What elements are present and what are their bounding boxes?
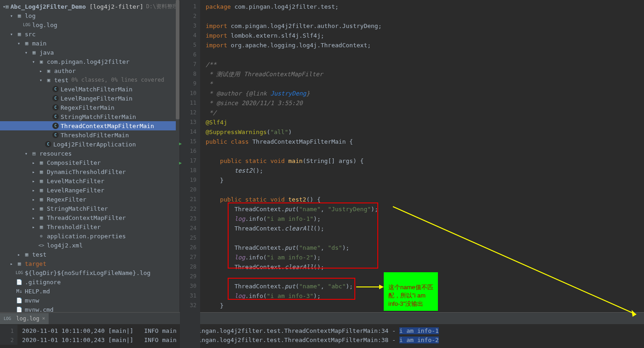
tree-class-levelrange[interactable]: LevelRangeFilterMain [0, 94, 179, 103]
scrollbar-thumb[interactable] [176, 0, 179, 119]
chevron-right-icon: ▸ [17, 252, 23, 257]
svg-marker-3 [632, 310, 636, 317]
editor-area: 123456789101112131415▶1617▶1819202122232… [180, 0, 644, 312]
tree-class-threadctx[interactable]: ThreadContextMapFilterMain [0, 121, 179, 130]
chevron-down-icon: ▾ [32, 59, 38, 64]
tree-project-root[interactable]: ▾▦Abc_Log4j2Filter_Demo [log4j2-filter]D… [0, 2, 179, 11]
tree-folder-levelmatch[interactable]: ▸▦LevelMatchFilter [0, 176, 179, 185]
folder-icon: ▦ [6, 3, 9, 10]
chevron-right-icon: ▸ [32, 169, 38, 174]
class-icon [52, 113, 59, 120]
tree-folder-threadctx[interactable]: ▸▦ThreadContextMapFilter [0, 213, 179, 222]
class-icon [52, 123, 59, 129]
code-editor[interactable]: package com.pingan.log4j2filter.test; im… [200, 0, 644, 348]
tree-class-threshold[interactable]: ThresholdFilterMain [0, 130, 179, 140]
tree-folder-dynamic[interactable]: ▸▦DynamicThresholdFilter [0, 167, 179, 176]
log-file-icon: LOG [4, 315, 11, 322]
folder-icon: ▦ [38, 214, 45, 221]
folder-icon: ▦ [16, 260, 23, 267]
close-icon[interactable]: × [42, 315, 45, 321]
tree-folder-java[interactable]: ▾▦java [0, 48, 179, 57]
chevron-right-icon: ▸ [32, 225, 38, 230]
properties-icon: ⚙ [38, 232, 45, 240]
tree-file-log4j2xml[interactable]: <>log4j2.xml [0, 241, 179, 250]
tree-file-gitignore[interactable]: 📄.gitignore [0, 277, 179, 286]
folder-icon: ▦ [38, 168, 45, 175]
project-tree[interactable]: ▾▦Abc_Log4j2Filter_Demo [log4j2-filter]D… [0, 0, 179, 312]
chevron-down-icon: ▾ [39, 78, 45, 83]
tree-folder-test[interactable]: ▸▦test [0, 250, 179, 259]
file-icon: 📄 [16, 297, 23, 304]
tree-file-loglog[interactable]: LOGlog.log [0, 20, 179, 29]
tree-folder-src[interactable]: ▾▦src [0, 29, 179, 39]
chevron-right-icon: ▸ [32, 188, 38, 193]
class-icon [45, 141, 51, 147]
tree-folder-composite[interactable]: ▸▦CompositeFilter [0, 158, 179, 167]
class-icon [52, 132, 59, 138]
tree-folder-stringmatch[interactable]: ▸▦StringMatchFilter [0, 204, 179, 213]
class-icon [52, 86, 59, 92]
chevron-down-icon: ▾ [17, 41, 23, 46]
tree-package-author[interactable]: ▸▣author [0, 66, 179, 75]
project-path: D:\资料整理\demo模板 [146, 3, 180, 11]
tree-file-appprops[interactable]: ⚙application.properties [0, 231, 179, 241]
chevron-down-icon: ▾ [10, 13, 16, 18]
chevron-down-icon: ▾ [25, 151, 30, 156]
annotation-callout: 这个name值不匹配，所以"i aminfo-3"没输出 [384, 272, 438, 311]
folder-icon: ▦ [38, 205, 45, 212]
tree-file-help[interactable]: M↓HELP.md [0, 286, 179, 296]
tree-folder-regex[interactable]: ▸▦RegexFilter [0, 195, 179, 204]
tree-class-levelmatch[interactable]: LevelMatchFilterMain [0, 84, 179, 94]
tree-folder-log[interactable]: ▾▦log [0, 11, 179, 20]
chevron-right-icon: ▸ [10, 261, 16, 266]
chevron-right-icon: ▸ [32, 179, 38, 184]
folder-icon: ▦ [38, 159, 45, 166]
package-icon: ▣ [45, 76, 52, 84]
folder-icon: ▦ [38, 186, 45, 194]
folder-icon: ▦ [23, 251, 30, 258]
tree-file-mvnwcmd[interactable]: 📄mvnw.cmd [0, 305, 179, 312]
tree-folder-levelrange[interactable]: ▸▦LevelRangeFilter [0, 185, 179, 195]
tree-folder-target[interactable]: ▸▦target [0, 259, 179, 268]
tree-package[interactable]: ▾▣com.pingan.log4j2filter [0, 57, 179, 66]
file-icon: 📄 [16, 278, 23, 286]
folder-icon: ▦ [30, 49, 38, 56]
class-icon [52, 104, 59, 111]
log-gutter: 12 [0, 325, 17, 345]
annotation-box-2 [228, 278, 355, 300]
project-tree-panel: ▾▦Abc_Log4j2Filter_Demo [log4j2-filter]D… [0, 0, 180, 312]
class-icon [52, 95, 59, 101]
tree-package-test[interactable]: ▾▣test0% classes, 0% lines covered [0, 75, 179, 84]
log-file-icon: LOG [23, 21, 30, 28]
folder-icon: ▦ [16, 12, 23, 19]
md-icon: M↓ [16, 287, 23, 295]
tree-class-regex[interactable]: RegexFilterMain [0, 103, 179, 112]
tree-folder-resources[interactable]: ▾▤resources [0, 149, 179, 158]
coverage-label: 0% classes, 0% lines covered [71, 77, 164, 83]
tree-file-mvnw[interactable]: 📄mvnw [0, 296, 179, 305]
chevron-right-icon: ▸ [39, 68, 45, 73]
xml-icon: <> [38, 241, 45, 249]
folder-icon: ▦ [38, 177, 45, 185]
file-icon: 📄 [16, 306, 23, 312]
package-icon: ▣ [45, 67, 52, 74]
folder-icon: ▦ [23, 39, 30, 47]
tree-file-logvar[interactable]: LOG${logDir}${noSuffixLogFileName}.log [0, 268, 179, 277]
log-tab[interactable]: LOG log.log× [0, 313, 49, 324]
tree-folder-main[interactable]: ▾▦main [0, 39, 179, 48]
log-file-icon: LOG [16, 269, 23, 276]
chevron-right-icon: ▸ [32, 215, 38, 220]
chevron-right-icon: ▸ [32, 160, 38, 165]
package-icon: ▣ [38, 58, 45, 65]
chevron-right-icon: ▸ [32, 197, 38, 202]
chevron-down-icon: ▾ [25, 50, 30, 55]
scrollbar-track [176, 0, 179, 312]
folder-icon: ▦ [38, 196, 45, 203]
branch-label: [log4j2-filter] [90, 3, 143, 10]
folder-icon: ▦ [38, 223, 45, 230]
tree-folder-threshold[interactable]: ▸▦ThresholdFilter [0, 222, 179, 231]
tree-class-app[interactable]: Log4j2FilterApplication [0, 140, 179, 149]
editor-gutter[interactable]: 123456789101112131415▶1617▶1819202122232… [180, 0, 200, 348]
tree-class-stringmatch[interactable]: StringMatchFilterMain [0, 112, 179, 121]
chevron-right-icon: ▸ [32, 206, 38, 211]
